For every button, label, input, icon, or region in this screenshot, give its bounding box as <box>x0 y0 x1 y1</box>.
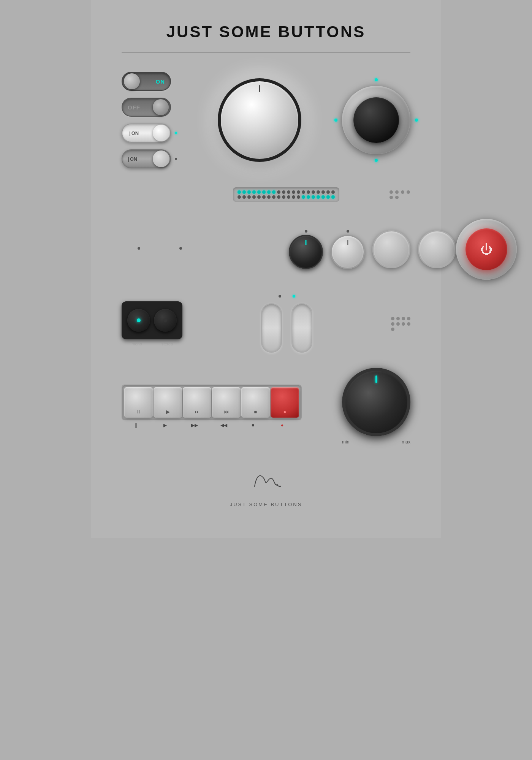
small-knob-dark[interactable] <box>289 235 323 269</box>
slider-track-2[interactable] <box>291 303 312 353</box>
mini-dot <box>390 190 393 194</box>
small-knob-med-1[interactable] <box>372 230 410 268</box>
led-dot <box>247 190 251 194</box>
toggle-dark-on-row: |ON <box>122 149 177 168</box>
pb-label-play: ▶ <box>151 423 179 428</box>
led-dot <box>257 195 261 199</box>
led-bar-row <box>122 187 410 202</box>
stereo-indicator <box>163 318 167 322</box>
signature-area: JUST SOME BUTTONS <box>122 467 410 507</box>
slider-track-1[interactable] <box>261 303 282 353</box>
stereo-button[interactable] <box>154 309 177 332</box>
small-knobs-row <box>122 247 289 252</box>
record-icon: ● <box>283 409 287 415</box>
grid-dot <box>391 328 394 331</box>
pb-btn-ffwd[interactable]: ⏭ <box>183 387 211 418</box>
toggle-dark-on-label: |ON <box>128 156 137 162</box>
pb-btn-record[interactable]: ● <box>271 387 299 418</box>
led-dot <box>312 195 315 199</box>
power-icon: ⏻ <box>480 243 492 255</box>
led-dot <box>277 190 280 194</box>
pb-btn-pause[interactable]: ⏸ <box>124 387 153 418</box>
led-dot <box>331 190 335 194</box>
row-2: ⏻ <box>122 219 410 280</box>
pb-label-pause: || <box>122 423 150 428</box>
led-dot <box>242 195 246 199</box>
toggle-thumb-on <box>124 73 140 89</box>
toggle-on-label: ON <box>156 78 165 85</box>
ball-knob-dot-left <box>334 119 337 122</box>
grid-dot <box>396 322 400 326</box>
led-dot <box>262 190 266 194</box>
mini-dot <box>395 196 399 199</box>
toggle-white-on[interactable]: |ON <box>122 124 171 142</box>
ball-knob-wrap <box>342 86 410 154</box>
led-dot <box>302 190 305 194</box>
rwd-icon: ⏮ <box>224 409 229 415</box>
toggle-on-cyan[interactable]: ON <box>122 72 171 91</box>
toggle-dark-on[interactable]: |ON <box>122 149 171 168</box>
toggle-off[interactable]: OFF <box>122 98 171 117</box>
grid-dot <box>396 317 400 320</box>
big-knob-wrap <box>218 78 301 162</box>
small-knob-light-1[interactable] <box>331 235 365 269</box>
mini-dot <box>407 190 410 194</box>
led-dot <box>287 190 290 194</box>
mono-button[interactable] <box>127 309 150 332</box>
big-dark-knob[interactable] <box>342 368 410 436</box>
led-dot <box>262 195 266 199</box>
pause-icon: ⏸ <box>136 409 141 415</box>
led-dot <box>282 190 285 194</box>
toggle-thumb-white <box>153 125 169 141</box>
led-dot <box>321 195 325 199</box>
pb-label-record: ● <box>268 423 296 428</box>
mini-dot <box>390 196 393 199</box>
signature <box>243 467 289 498</box>
led-dot <box>252 195 256 199</box>
pb-btn-play[interactable]: ▶ <box>154 387 182 418</box>
led-dot <box>326 190 330 194</box>
toggle-thumb-off <box>153 99 169 115</box>
small-knob-med-2[interactable] <box>418 230 456 268</box>
row-4: ⏸ ▶ ⏭ ⏮ ■ ● || ▶ <box>122 368 410 445</box>
stop-icon: ■ <box>254 409 257 415</box>
slider-1 <box>261 303 282 353</box>
page-title: JUST SOME BUTTONS <box>122 23 410 41</box>
led-dot <box>292 195 295 199</box>
big-knob[interactable] <box>218 78 301 162</box>
toggle-white-dot <box>175 132 177 134</box>
led-dot <box>312 190 315 194</box>
toggle-white-on-row: |ON <box>122 124 177 142</box>
power-button[interactable]: ⏻ <box>466 228 507 270</box>
mini-dot-grid-right <box>390 190 410 199</box>
pb-btn-rwd[interactable]: ⏮ <box>212 387 241 418</box>
ball-knob-dot-right <box>415 119 418 122</box>
led-dot <box>277 195 280 199</box>
playback-section: ⏸ ▶ ⏭ ⏮ ■ ● || ▶ <box>122 385 302 428</box>
ball-knob-inner <box>353 97 399 143</box>
toggle-off-label: OFF <box>128 104 140 111</box>
led-dot <box>287 195 290 199</box>
led-dot <box>238 190 241 194</box>
led-dot <box>282 195 285 199</box>
toggle-white-on-label: |ON <box>129 130 139 136</box>
ffwd-icon: ⏭ <box>195 409 200 415</box>
knob-min-label: min <box>342 439 349 445</box>
led-dot <box>292 190 295 194</box>
playback-panel: ⏸ ▶ ⏭ ⏮ ■ ● <box>122 385 302 420</box>
led-dot <box>267 195 271 199</box>
pb-label-stop: ■ <box>239 423 267 428</box>
power-outer: ⏻ <box>456 219 517 280</box>
ball-knob-outer[interactable] <box>342 86 410 154</box>
signature-svg <box>243 467 289 494</box>
slider-2 <box>291 303 312 353</box>
toggle-on-row: ON <box>122 72 177 91</box>
pb-btn-stop[interactable]: ■ <box>241 387 270 418</box>
stereo-label: stereo <box>156 342 179 346</box>
knob-max-label: max <box>402 439 410 445</box>
led-dot <box>297 190 300 194</box>
mono-stereo-panel <box>122 301 182 339</box>
footer-title: JUST SOME BUTTONS <box>230 502 302 507</box>
sliders-row <box>261 303 312 353</box>
knob-min-max: min max <box>342 439 410 445</box>
